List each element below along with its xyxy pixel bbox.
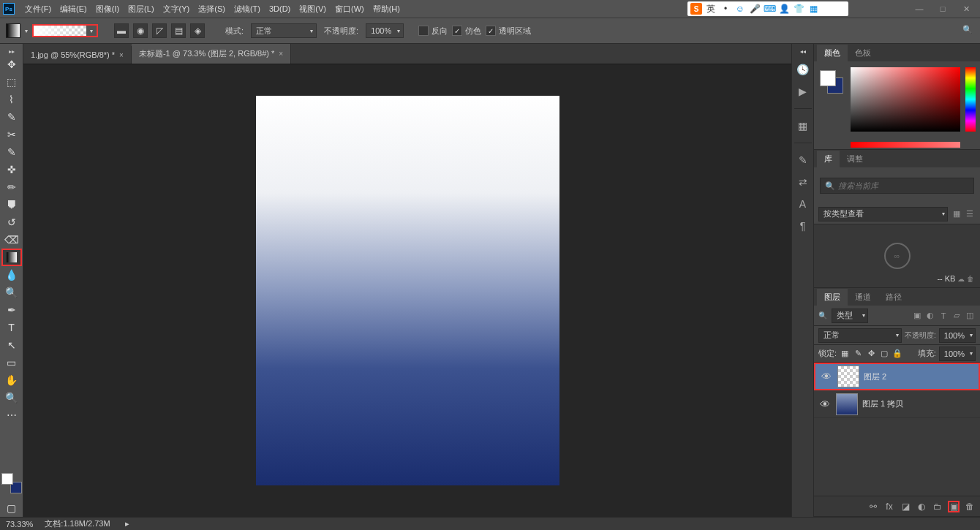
tab-adjustments[interactable]: 调整 xyxy=(840,151,870,167)
color-field[interactable] xyxy=(851,67,960,132)
quick-select-tool[interactable]: ✎ xyxy=(1,108,22,126)
close-button[interactable]: ✕ xyxy=(955,3,977,15)
dock-collapse-icon[interactable]: ◂◂ xyxy=(793,47,813,56)
layer-opacity-input[interactable]: 100% xyxy=(939,328,976,343)
dither-checkbox[interactable]: 仿色 xyxy=(452,26,481,37)
hue-strip[interactable] xyxy=(965,67,976,132)
history-brush-tool[interactable]: ↺ xyxy=(1,213,22,231)
tab-color[interactable]: 颜色 xyxy=(817,45,848,61)
menu-type[interactable]: 文字(Y) xyxy=(159,1,195,17)
library-view-select[interactable]: 按类型查看 xyxy=(818,207,948,222)
menu-window[interactable]: 窗口(W) xyxy=(331,1,369,17)
layer-name[interactable]: 图层 1 拷贝 xyxy=(862,398,976,409)
menu-select[interactable]: 选择(S) xyxy=(194,1,230,17)
blend-mode-select[interactable]: 正常 xyxy=(251,23,317,38)
hand-tool[interactable]: ✋ xyxy=(1,371,22,389)
gradient-tool[interactable] xyxy=(1,249,22,266)
layer-mask-icon[interactable]: ◪ xyxy=(900,501,911,512)
transparency-checkbox[interactable]: 透明区域 xyxy=(486,26,531,37)
fg-swatch[interactable] xyxy=(820,70,836,86)
new-layer-icon[interactable]: ▣ xyxy=(948,501,960,512)
move-tool[interactable]: ✥ xyxy=(1,56,22,73)
angle-gradient-button[interactable]: ◸ xyxy=(152,23,167,38)
tab-swatches[interactable]: 色板 xyxy=(848,45,878,61)
ime-lang[interactable]: 英 xyxy=(705,3,717,15)
visibility-toggle-icon[interactable]: 👁 xyxy=(818,398,832,411)
reverse-checkbox[interactable]: 反向 xyxy=(418,26,448,37)
close-tab-icon[interactable]: × xyxy=(119,51,124,59)
reflected-gradient-button[interactable]: ▤ xyxy=(171,23,186,38)
rectangle-tool[interactable]: ▭ xyxy=(1,354,22,371)
color-swatches[interactable] xyxy=(1,473,22,493)
lock-all-icon[interactable]: 🔒 xyxy=(892,349,902,359)
layer-row[interactable]: 👁 图层 1 拷贝 xyxy=(814,390,980,418)
play-icon[interactable]: ▶ xyxy=(795,83,811,99)
maximize-button[interactable]: □ xyxy=(932,3,954,15)
layer-thumbnail[interactable] xyxy=(837,366,859,387)
foreground-color-swatch[interactable] xyxy=(1,473,13,485)
canvas-viewport[interactable] xyxy=(23,64,791,517)
tab-layers[interactable]: 图层 xyxy=(817,289,848,306)
visibility-toggle-icon[interactable]: 👁 xyxy=(820,370,833,383)
layer-row[interactable]: 👁 图层 2 xyxy=(814,363,980,390)
ime-emoji-icon[interactable]: ☺ xyxy=(734,3,746,15)
ime-grid-icon[interactable]: ▦ xyxy=(807,3,819,15)
zoom-level[interactable]: 73.33% xyxy=(6,520,33,529)
tab-paths[interactable]: 路径 xyxy=(878,289,909,306)
dodge-tool[interactable]: 🔍 xyxy=(1,284,22,301)
delete-layer-icon[interactable]: 🗑 xyxy=(964,501,976,512)
eraser-tool[interactable]: ⌫ xyxy=(1,231,22,249)
library-search-input[interactable]: 🔍 搜索当前库 xyxy=(820,178,974,194)
healing-tool[interactable]: ✜ xyxy=(1,161,22,178)
menu-help[interactable]: 帮助(H) xyxy=(369,1,404,17)
ime-person-icon[interactable]: 👤 xyxy=(778,3,790,15)
paragraph-panel-icon[interactable]: ¶ xyxy=(795,218,811,234)
menu-view[interactable]: 视图(V) xyxy=(295,1,331,17)
brush-tool[interactable]: ✏ xyxy=(1,178,22,196)
gradient-tool-icon[interactable] xyxy=(6,23,20,38)
ime-keyboard-icon[interactable]: ⌨ xyxy=(764,3,775,15)
lock-artboard-icon[interactable]: ▢ xyxy=(879,349,889,359)
lock-transparent-icon[interactable]: ▦ xyxy=(840,349,850,359)
close-tab-icon[interactable]: × xyxy=(279,50,283,58)
blur-tool[interactable]: 💧 xyxy=(1,266,22,284)
ime-mic-icon[interactable]: 🎤 xyxy=(749,3,761,15)
canvas[interactable] xyxy=(256,96,559,485)
layer-fill-input[interactable]: 100% xyxy=(939,347,976,361)
type-tool[interactable]: T xyxy=(1,319,22,336)
layer-fx-icon[interactable]: fx xyxy=(883,501,895,512)
link-layers-icon[interactable]: ⚯ xyxy=(867,501,879,512)
tab-libraries[interactable]: 库 xyxy=(817,151,840,167)
filter-adjust-icon[interactable]: ◐ xyxy=(924,310,936,322)
layer-filter-select[interactable]: 类型 xyxy=(832,308,868,323)
search-icon[interactable]: 🔍 xyxy=(962,25,974,37)
crop-tool[interactable]: ✂ xyxy=(1,126,22,143)
lock-position-icon[interactable]: ✥ xyxy=(866,349,876,359)
stamp-tool[interactable]: ⛊ xyxy=(1,196,22,213)
grid-view-icon[interactable]: ▦ xyxy=(951,208,962,220)
menu-file[interactable]: 文件(F) xyxy=(20,1,56,17)
lock-image-icon[interactable]: ✎ xyxy=(853,349,863,359)
radial-gradient-button[interactable]: ◉ xyxy=(133,23,148,38)
gradient-picker[interactable]: ▾ xyxy=(32,24,98,37)
eyedropper-tool[interactable]: ✎ xyxy=(1,143,22,161)
ime-bar[interactable]: S 英 • ☺ 🎤 ⌨ 👤 👕 ▦ xyxy=(687,1,848,16)
filter-shape-icon[interactable]: ▱ xyxy=(951,310,962,322)
layer-thumbnail[interactable] xyxy=(836,393,858,415)
brush-settings-icon[interactable]: ⇄ xyxy=(795,174,811,190)
document-tab-2[interactable]: 未标题-1 @ 73.3% (图层 2, RGB/8#) *× xyxy=(132,44,291,64)
pen-tool[interactable]: ✒ xyxy=(1,301,22,319)
character-panel-icon[interactable]: A xyxy=(795,196,811,212)
color-panel-swatch[interactable] xyxy=(820,70,843,94)
marquee-tool[interactable]: ⬚ xyxy=(1,73,22,91)
tab-channels[interactable]: 通道 xyxy=(848,289,878,306)
opacity-input[interactable]: 100% xyxy=(366,23,404,38)
menu-layer[interactable]: 图层(L) xyxy=(124,1,158,17)
screen-mode[interactable]: ▢ xyxy=(1,499,22,517)
linear-gradient-button[interactable]: ▬ xyxy=(114,23,129,38)
minimize-button[interactable]: — xyxy=(908,3,930,15)
filter-pixel-icon[interactable]: ▣ xyxy=(911,310,923,322)
layer-name[interactable]: 图层 2 xyxy=(864,371,974,382)
layer-group-icon[interactable]: 🗀 xyxy=(932,501,943,512)
history-panel-icon[interactable]: 🕓 xyxy=(795,61,811,77)
